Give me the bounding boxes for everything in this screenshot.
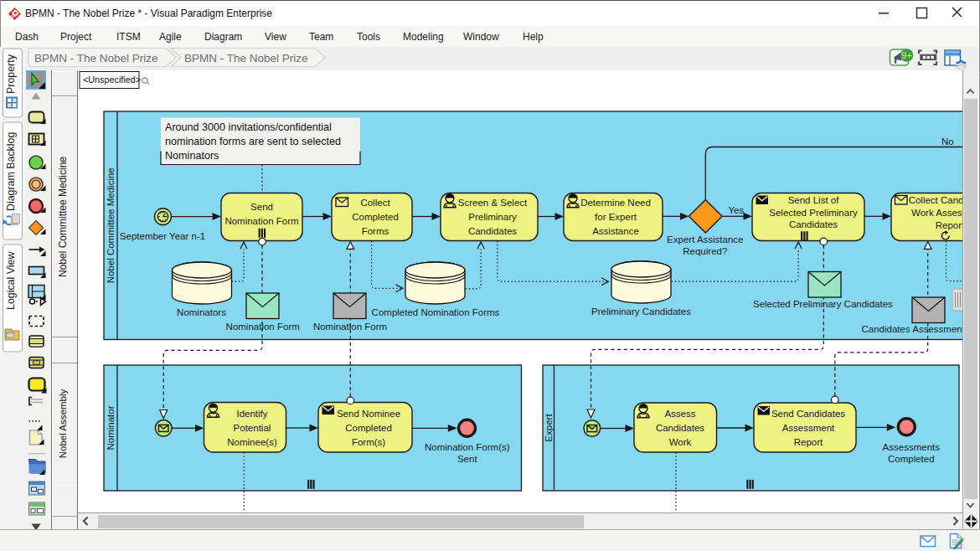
svg-text:Work Assessment: Work Assessment <box>911 208 962 218</box>
svg-text:Nomination Form: Nomination Form <box>224 216 298 226</box>
svg-text:Nomination Form(s): Nomination Form(s) <box>425 442 510 452</box>
svg-text:Logical View: Logical View <box>5 252 17 310</box>
svg-text:Preliminary: Preliminary <box>468 212 517 222</box>
svg-text:Nominators: Nominators <box>177 307 226 317</box>
svg-text:Work: Work <box>669 437 692 447</box>
svg-text:Collect: Collect <box>360 198 390 208</box>
svg-text:Expert Assistance: Expert Assistance <box>667 234 743 245</box>
svg-text:Form(s): Form(s) <box>352 437 385 447</box>
svg-text:Candidates: Candidates <box>656 423 704 433</box>
svg-text:Send List of: Send List of <box>788 195 840 205</box>
svg-text:Nomination Form: Nomination Form <box>226 322 300 332</box>
svg-text:Completed: Completed <box>888 454 935 464</box>
svg-text:for Expert: for Expert <box>595 212 637 222</box>
svg-text:Sent: Sent <box>457 454 477 464</box>
svg-text:Yes: Yes <box>729 205 745 215</box>
svg-text:No: No <box>941 136 954 147</box>
svg-text:Candidates Assessment Report: Candidates Assessment Report <box>862 324 963 334</box>
svg-text:Assessment: Assessment <box>782 423 835 433</box>
svg-text:<Unspecified>: <Unspecified> <box>83 75 141 85</box>
svg-text:Screen & Select: Screen & Select <box>458 198 528 208</box>
svg-text:Potential: Potential <box>234 423 271 433</box>
svg-text:Determine Need: Determine Need <box>580 198 651 208</box>
svg-text:Assessments: Assessments <box>883 442 941 452</box>
svg-text:Nomination Form: Nomination Form <box>313 322 387 332</box>
svg-text:Nobel Committee Medicine: Nobel Committee Medicine <box>106 167 116 283</box>
svg-text:Expert: Expert <box>544 414 554 442</box>
svg-text:Send: Send <box>250 202 273 212</box>
svg-text:Report: Report <box>936 220 962 230</box>
svg-text:Preliminary Candidates: Preliminary Candidates <box>591 306 691 317</box>
svg-text:Send Candidates: Send Candidates <box>771 409 845 419</box>
svg-text:Required?: Required? <box>683 246 727 256</box>
svg-text:Nominator: Nominator <box>106 405 116 450</box>
svg-text:Nobel Assembly: Nobel Assembly <box>58 389 68 459</box>
svg-text:Nobel Committee Medicine: Nobel Committee Medicine <box>57 157 69 277</box>
svg-text:Completed: Completed <box>345 423 392 433</box>
svg-text:Property: Property <box>5 54 17 94</box>
svg-text:Selected Preliminary Candidate: Selected Preliminary Candidates <box>753 299 893 309</box>
svg-text:Collect Candidates': Collect Candidates' <box>909 195 962 205</box>
svg-text:Diagram Backlog: Diagram Backlog <box>5 132 17 211</box>
svg-text:Candidates: Candidates <box>468 226 517 236</box>
svg-text:Completed Nomination Forms: Completed Nomination Forms <box>372 307 500 317</box>
svg-text:September Year n-1: September Year n-1 <box>120 231 205 241</box>
svg-text:Candidates: Candidates <box>789 219 838 229</box>
svg-text:Assess: Assess <box>664 409 695 419</box>
svg-text:Assistance: Assistance <box>592 226 639 236</box>
svg-text:Around 3000 invitations/confid: Around 3000 invitations/confidential <box>165 121 332 133</box>
svg-text:Send Nominee: Send Nominee <box>337 409 400 419</box>
svg-text:nomination forms are sent to s: nomination forms are sent to selected <box>165 136 341 147</box>
svg-text:9+: 9+ <box>901 50 912 60</box>
svg-text:Report: Report <box>794 437 823 447</box>
svg-text:Forms: Forms <box>362 226 389 236</box>
svg-text:Selected Preliminary: Selected Preliminary <box>769 208 858 218</box>
svg-text:Completed: Completed <box>352 212 399 222</box>
svg-text:Nominee(s): Nominee(s) <box>227 437 277 447</box>
svg-text:Nominators: Nominators <box>165 150 219 162</box>
svg-text:Identify: Identify <box>236 409 267 419</box>
